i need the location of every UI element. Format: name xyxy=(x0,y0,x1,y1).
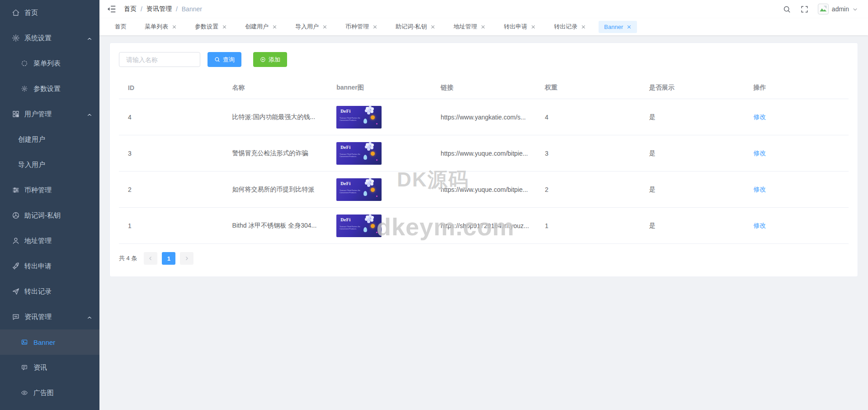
next-page-button[interactable] xyxy=(180,252,193,265)
column-header: 权重 xyxy=(536,78,640,99)
banner-image: DeFiTransact Third Parties GoConvenient … xyxy=(336,106,382,129)
user-menu[interactable]: admin xyxy=(818,4,858,14)
tab-close-icon[interactable] xyxy=(481,24,486,29)
sidebar-item-import-user[interactable]: 导入用户 xyxy=(0,152,99,177)
cell-weight: 1 xyxy=(536,208,640,244)
sidebar-item-system-settings[interactable]: 系统设置 xyxy=(0,25,99,51)
query-button[interactable]: 查询 xyxy=(208,52,241,67)
prev-page-button[interactable] xyxy=(144,252,157,265)
settings-gear-icon xyxy=(12,34,20,42)
tab-close-icon[interactable] xyxy=(373,24,377,29)
sidebar-item-label: 参数设置 xyxy=(33,85,61,93)
comment-icon xyxy=(12,313,20,321)
tab-close-icon[interactable] xyxy=(531,24,536,29)
sidebar-item-param-settings[interactable]: 参数设置 xyxy=(0,76,99,101)
qr-grid-icon xyxy=(12,110,20,118)
tab-close-icon[interactable] xyxy=(627,24,632,29)
tab-地址管理[interactable]: 地址管理 xyxy=(448,20,491,33)
tab-close-icon[interactable] xyxy=(172,24,177,29)
sidebar-item-create-user[interactable]: 创建用户 xyxy=(0,127,99,152)
tab-菜单列表[interactable]: 菜单列表 xyxy=(139,20,182,33)
sliders-icon xyxy=(12,186,20,194)
sidebar-item-mnemonic-privatekey[interactable]: 助记词-私钥 xyxy=(0,203,99,228)
banner-art-dot xyxy=(376,159,377,161)
sidebar-item-banner[interactable]: Banner xyxy=(0,329,99,355)
breadcrumb-item[interactable]: 首页 xyxy=(124,5,137,13)
banner-caption-text: Transact Third Parties GoConvenient Prod… xyxy=(340,189,360,194)
page-1-button[interactable]: 1 xyxy=(162,252,175,265)
chevron-up-icon xyxy=(87,111,92,117)
sidebar-item-news[interactable]: 资讯 xyxy=(0,355,99,380)
sidebar-item-ad-image[interactable]: 广告图 xyxy=(0,380,99,405)
edit-link[interactable]: 修改 xyxy=(753,186,766,193)
tab-close-icon[interactable] xyxy=(322,24,327,29)
banner-art-drop xyxy=(363,119,367,124)
tab-转出申请[interactable]: 转出申请 xyxy=(498,20,541,33)
breadcrumb-item[interactable]: 资讯管理 xyxy=(146,5,172,13)
sidebar-item-label: 币种管理 xyxy=(24,186,52,195)
tab-导入用户[interactable]: 导入用户 xyxy=(290,20,333,33)
cell-link: https://www.yuque.com/bitpie... xyxy=(432,172,536,208)
cell-show: 是 xyxy=(640,99,745,135)
edit-link[interactable]: 修改 xyxy=(753,113,766,120)
column-header: banner图 xyxy=(327,78,432,99)
sidebar-item-news-management[interactable]: 资讯管理 xyxy=(0,304,99,329)
tab-首页[interactable]: 首页 xyxy=(109,20,132,33)
image-icon xyxy=(21,338,28,346)
tab-参数设置[interactable]: 参数设置 xyxy=(189,20,232,33)
cell-name: 比特派:国内功能最强大的钱... xyxy=(223,99,328,135)
tab-转出记录[interactable]: 转出记录 xyxy=(548,20,591,33)
sidebar-item-transfer-request[interactable]: 转出申请 xyxy=(0,253,99,279)
edit-link[interactable]: 修改 xyxy=(753,222,766,229)
cell-banner: DeFiTransact Third Parties GoConvenient … xyxy=(327,99,432,135)
cell-id: 2 xyxy=(119,172,223,208)
tab-Banner[interactable]: Banner xyxy=(599,21,637,33)
cell-id: 4 xyxy=(119,99,223,135)
banner-art-coin xyxy=(371,152,375,156)
tab-助记词-私钥[interactable]: 助记词-私钥 xyxy=(390,20,441,33)
banner-art-drop xyxy=(363,155,367,160)
sidebar-item-menu-list[interactable]: 菜单列表 xyxy=(0,51,99,76)
sidebar-item-home[interactable]: 首页 xyxy=(0,0,99,25)
sidebar-item-user-management[interactable]: 用户管理 xyxy=(0,101,99,127)
cell-show: 是 xyxy=(640,172,745,208)
tab-label: 创建用户 xyxy=(245,23,269,31)
sidebar-item-label: 转出申请 xyxy=(24,262,52,271)
topbar: 首页/资讯管理/Banner xyxy=(99,0,868,18)
sidebar: 首页系统设置菜单列表参数设置用户管理创建用户导入用户币种管理助记词-私钥地址管理… xyxy=(0,0,99,410)
sidebar-item-label: 资讯管理 xyxy=(24,313,52,321)
banner-image: DeFiTransact Third Parties GoConvenient … xyxy=(336,142,382,165)
pagination-total: 共 4 条 xyxy=(119,254,137,262)
sidebar-item-coin-management[interactable]: 币种管理 xyxy=(0,177,99,203)
cell-action: 修改 xyxy=(744,135,849,172)
sidebar-item-address-management[interactable]: 地址管理 xyxy=(0,228,99,253)
tab-币种管理[interactable]: 币种管理 xyxy=(340,20,383,33)
send-icon xyxy=(12,287,20,296)
sidebar-item-label: 用户管理 xyxy=(24,110,52,119)
app-window: 首页系统设置菜单列表参数设置用户管理创建用户导入用户币种管理助记词-私钥地址管理… xyxy=(0,0,868,410)
add-button[interactable]: 添加 xyxy=(253,52,287,67)
banner-brand-text: DeFi xyxy=(340,181,351,186)
tab-close-icon[interactable] xyxy=(222,24,227,29)
banner-art-coin xyxy=(371,115,375,119)
banner-table: ID名称banner图链接权重是否展示操作 4比特派:国内功能最强大的钱...D… xyxy=(119,78,849,244)
cell-show: 是 xyxy=(640,208,745,244)
sidebar-item-label: 系统设置 xyxy=(24,34,52,43)
tab-close-icon[interactable] xyxy=(581,24,586,29)
tab-close-icon[interactable] xyxy=(430,24,435,29)
search-icon[interactable] xyxy=(783,5,791,14)
fullscreen-icon[interactable] xyxy=(800,5,809,14)
search-input[interactable] xyxy=(119,52,200,67)
tab-close-icon[interactable] xyxy=(272,24,277,29)
plus-circle-icon xyxy=(260,57,266,62)
hamburger-menu-icon[interactable] xyxy=(107,4,117,14)
banner-image: DeFiTransact Third Parties GoConvenient … xyxy=(336,178,382,201)
tab-创建用户[interactable]: 创建用户 xyxy=(240,20,283,33)
sidebar-item-transfer-records[interactable]: 转出记录 xyxy=(0,279,99,304)
tab-label: 转出申请 xyxy=(504,23,527,31)
tab-label: 转出记录 xyxy=(554,23,577,31)
breadcrumb: 首页/资讯管理/Banner xyxy=(124,5,202,13)
edit-link[interactable]: 修改 xyxy=(753,149,766,157)
tab-label: Banner xyxy=(604,24,623,30)
sidebar-item-label: 创建用户 xyxy=(18,135,45,144)
